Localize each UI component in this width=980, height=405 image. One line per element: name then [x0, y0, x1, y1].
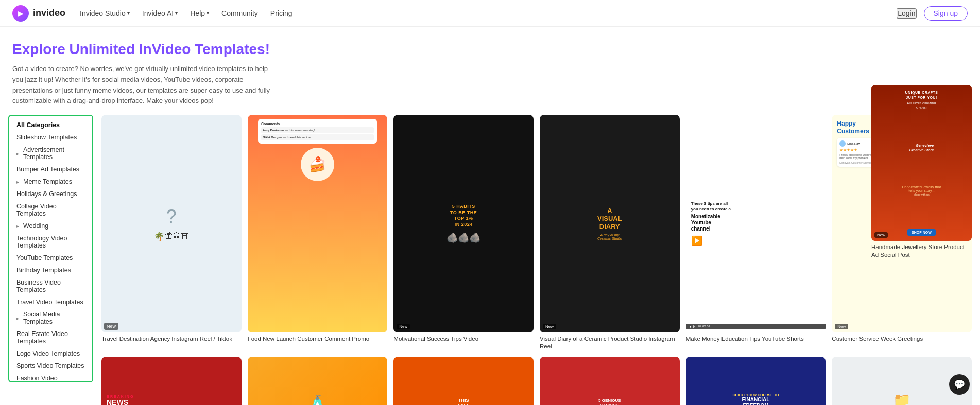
- hero-title: Explore Unlimited InVideo Templates!: [12, 41, 968, 58]
- nav-links: Invideo Studio ▾ Invideo AI ▾ Help ▾ Com…: [80, 9, 897, 17]
- logo[interactable]: ▶ invideo: [12, 5, 65, 22]
- template-card-travel[interactable]: ? 🌴🏝🏛⛩ New Travel Destination Agency Ins…: [101, 115, 242, 350]
- navbar: ▶ invideo Invideo Studio ▾ Invideo AI ▾ …: [0, 0, 980, 27]
- nav-help[interactable]: Help ▾: [190, 9, 209, 17]
- sidebar-item-wedding[interactable]: ▸ Wedding: [9, 220, 92, 232]
- card-thumb-food: Comments Amy Destanee — this looks amazi…: [248, 115, 388, 332]
- sidebar-item-logo[interactable]: Logo Video Templates: [9, 347, 92, 360]
- card-thumb-news: BREAKING NEWS 📺 Latest updates...: [101, 357, 242, 405]
- sidebar-item-advertisement[interactable]: ▸ Advertisement Templates: [9, 144, 92, 163]
- template-card-news[interactable]: BREAKING NEWS 📺 Latest updates...: [101, 357, 242, 405]
- main-layout: All Categories Slideshow Templates ▸ Adv…: [0, 115, 980, 405]
- sidebar-item-youtube[interactable]: YouTube Templates: [9, 252, 92, 264]
- card-title-food: Food New Launch Customer Comment Promo: [248, 335, 388, 343]
- chat-bubble[interactable]: 💬: [949, 374, 970, 395]
- sidebar-item-sports[interactable]: Sports Video Templates: [9, 360, 92, 372]
- chevron-down-icon: ▾: [127, 10, 130, 16]
- template-card-monetize[interactable]: These 3 tips are allyou need to create a…: [686, 115, 826, 350]
- card-thumb-travel: ? 🌴🏝🏛⛩ New: [101, 115, 242, 332]
- nav-community[interactable]: Community: [221, 9, 258, 17]
- card-title-monetize: Make Money Education Tips YouTube Shorts: [686, 335, 826, 343]
- hero-description: Got a video to create? No worries, we've…: [12, 64, 280, 107]
- card-title-customer: Customer Service Week Greetings: [832, 335, 972, 343]
- template-card-gold[interactable]: 🧴: [248, 357, 388, 405]
- nav-invideo-studio[interactable]: Invideo Studio ▾: [80, 9, 130, 17]
- logo-text: invideo: [33, 8, 65, 19]
- chevron-down-icon: ▾: [175, 10, 178, 16]
- card-title-diary: Visual Diary of a Ceramic Product Studio…: [540, 335, 680, 350]
- nav-pricing[interactable]: Pricing: [270, 9, 293, 17]
- sidebar-item-social-media[interactable]: ▸ Social Media Templates: [9, 308, 92, 328]
- card-badge-new: New: [104, 323, 118, 330]
- card-thumb-fall: THISFALL: [393, 357, 534, 405]
- sidebar-item-all-categories[interactable]: All Categories: [9, 119, 92, 131]
- sidebar-item-collage[interactable]: Collage Video Templates: [9, 200, 92, 220]
- sidebar-item-business[interactable]: Business Video Templates: [9, 276, 92, 296]
- card-title-travel: Travel Destination Agency Instagram Reel…: [101, 335, 242, 343]
- card-thumb-diary: AVISUALDIARY A day at myCeramic Studio N…: [540, 115, 680, 332]
- sidebar-item-travel[interactable]: Travel Video Templates: [9, 296, 92, 308]
- template-grid-row2: BREAKING NEWS 📺 Latest updates... 🧴 THIS…: [101, 357, 972, 405]
- template-card-packing[interactable]: 5 GENIOUSPACKING: [540, 357, 680, 405]
- hero-section: Explore Unlimited InVideo Templates! Got…: [0, 27, 980, 115]
- template-grid-row1: ? 🌴🏝🏛⛩ New Travel Destination Agency Ins…: [101, 115, 972, 350]
- template-card-habits[interactable]: 5 HABITSTo BE THETOP 1%IN 2024 🪨🪨🪨 New M…: [393, 115, 534, 350]
- card-thumb-monetize: These 3 tips are allyou need to create a…: [686, 115, 826, 332]
- card-thumb-jewellery: UNIQUE CRAFTSJUST FOR YOU!Discover Amazi…: [871, 115, 972, 241]
- template-card-diary[interactable]: AVISUALDIARY A day at myCeramic Studio N…: [540, 115, 680, 350]
- sidebar-item-bumper-ad[interactable]: Bumper Ad Templates: [9, 163, 92, 175]
- template-card-food[interactable]: Comments Amy Destanee — this looks amazi…: [248, 115, 388, 350]
- sidebar-item-technology[interactable]: Technology Video Templates: [9, 232, 92, 252]
- sidebar-item-real-estate[interactable]: Real Estate Video Templates: [9, 328, 92, 347]
- template-content: ? 🌴🏝🏛⛩ New Travel Destination Agency Ins…: [93, 115, 980, 405]
- card-thumb-financial: Chart your course to FINANCIALFREEDOM an…: [686, 357, 826, 405]
- template-card-financial[interactable]: Chart your course to FINANCIALFREEDOM an…: [686, 357, 826, 405]
- logo-icon: ▶: [12, 5, 29, 22]
- sidebar: All Categories Slideshow Templates ▸ Adv…: [8, 115, 93, 382]
- signup-button[interactable]: Sign up: [924, 6, 968, 21]
- card-thumb-habits: 5 HABITSTo BE THETOP 1%IN 2024 🪨🪨🪨 New: [393, 115, 534, 332]
- nav-right: Login Sign up: [897, 6, 968, 21]
- card-title-habits: Motivational Success Tips Video: [393, 335, 534, 343]
- sidebar-item-meme[interactable]: ▸ Meme Templates: [9, 175, 92, 188]
- login-button[interactable]: Login: [897, 8, 916, 19]
- card-title-jewellery: Handmade Jewellery Store Product Ad Soci…: [871, 243, 972, 259]
- template-card-fall[interactable]: THISFALL: [393, 357, 534, 405]
- nav-invideo-ai[interactable]: Invideo AI ▾: [142, 9, 178, 17]
- card-thumb-gold: 🧴: [248, 357, 388, 405]
- template-card-jewellery-aside[interactable]: UNIQUE CRAFTSJUST FOR YOU!Discover Amazi…: [871, 115, 972, 259]
- sidebar-item-fashion[interactable]: Fashion Video Templates: [9, 372, 92, 382]
- sidebar-item-birthday[interactable]: Birthday Templates: [9, 264, 92, 276]
- chevron-down-icon: ▾: [207, 10, 209, 16]
- sidebar-item-holidays[interactable]: Holidays & Greetings: [9, 188, 92, 200]
- card-thumb-packing: 5 GENIOUSPACKING: [540, 357, 680, 405]
- sidebar-item-slideshow[interactable]: Slideshow Templates: [9, 131, 92, 144]
